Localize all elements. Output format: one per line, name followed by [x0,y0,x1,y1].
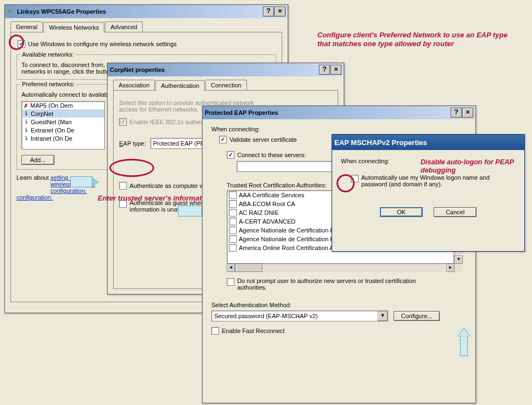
label-validate-server: Validate server certificate [229,136,297,143]
label-fast-reconnect: Enable Fast Reconnect [222,328,284,334]
titlebar-title: Protected EAP Properties [205,109,450,116]
checkbox-validate-server[interactable] [219,136,227,143]
ca-checkbox[interactable] [229,235,237,243]
add-button[interactable]: Add... [21,155,54,165]
ca-checkbox[interactable] [229,226,237,234]
ca-checkbox[interactable] [229,218,237,225]
label-select-auth-method: Select Authentication Method: [211,302,467,308]
tab-association[interactable]: Association [113,80,155,91]
scroll-thumb-h[interactable] [235,264,262,272]
network-icon: ⇂ [24,110,29,117]
cancel-button[interactable]: Cancel [434,207,477,217]
tabs: General Wireless Networks Advanced [10,21,282,32]
dropdown-button-icon: ▼ [378,311,388,321]
list-item: ⇂Extranet (On De [22,126,104,134]
scroll-down-button[interactable]: ▼ [455,256,463,264]
annotation-circle-eap-type [109,159,154,177]
checkbox-auth-as-computer[interactable] [119,182,127,190]
tabs: Association Authentication Connection [113,80,338,91]
annotation-up-arrow [457,328,471,356]
ca-checkbox[interactable] [229,209,237,217]
annotation-disable-auto-logon: Disable auto-logon for PEAP debugging [421,158,514,175]
network-icon: ⇂ [24,126,29,134]
checkbox-connect-servers[interactable] [227,151,234,159]
scroll-left-button[interactable]: ◄ [227,264,235,272]
tab-wireless-networks[interactable]: Wireless Networks [43,22,104,33]
label-eap-type: EAP type: [119,140,146,147]
tab-authentication[interactable]: Authentication [155,80,205,91]
dropdown-auth-method[interactable]: Secured password (EAP-MSCHAP v2) ▼ [211,310,388,321]
label-when-connecting: When connecting: [211,126,467,132]
ca-checkbox[interactable] [229,244,237,252]
list-item: ⇂Intranet (On De [22,134,104,142]
learn-about-text: Learn about [16,174,51,181]
network-icon: ⇂ [24,135,29,142]
arrow-corpnet-to-eap [70,177,99,187]
checkbox-fast-reconnect[interactable] [211,327,219,335]
network-icon: ⇂ [24,118,29,125]
app-icon: ✦ [7,8,15,15]
scroll-corner [455,264,463,272]
close-button[interactable]: × [462,108,473,118]
titlebar-title: CorpNet properties [110,66,318,73]
close-button[interactable]: × [331,65,341,75]
scroll-right-button[interactable]: ► [446,264,455,272]
titlebar-title: EAP MSCHAPv2 Properties [334,138,522,147]
titlebar-corpnet[interactable]: CorpNet properties ? × [108,63,344,76]
titlebar-peap[interactable]: Protected EAP Properties ? × [203,106,475,119]
ok-button[interactable]: OK [380,207,423,217]
tab-advanced[interactable]: Advanced [105,21,143,32]
learn-about-link-line2[interactable]: configuration. [16,194,53,201]
help-button[interactable]: ? [319,65,330,75]
titlebar-mschapv2[interactable]: EAP MSCHAPv2 Properties [332,135,524,150]
annotation-top-right: Configure client's Preferred Network to … [317,31,520,49]
configure-button[interactable]: Configure... [394,311,440,321]
label-no-prompt: Do not prompt user to authorize new serv… [237,278,424,291]
help-button[interactable]: ? [451,108,462,118]
disabled-network-icon: ✗ [24,103,28,109]
titlebar-title: Linksys WPC55AGe Properties [17,8,262,15]
ca-checkbox[interactable] [229,191,237,199]
list-item: ⇂GuestNet (Man [22,118,104,126]
ca-checkbox[interactable] [229,200,237,208]
close-button[interactable]: × [275,7,285,16]
checkbox-enable-8021x [119,118,127,126]
dropdown-auth-method-value: Secured password (EAP-MSCHAP v2) [212,313,378,319]
tab-general[interactable]: General [10,21,43,32]
label-connect-servers: Connect to these servers: [237,152,306,158]
label-use-windows-config: Use Windows to configure my wireless net… [28,41,177,47]
window-mschapv2-properties: EAP MSCHAPv2 Properties When connecting:… [332,134,525,252]
preferred-networks-list[interactable]: ✗MAP5 (On Dem ⇂CorpNet ⇂GuestNet (Man ⇂E… [21,101,105,149]
legend-preferred: Preferred networks: [20,81,76,87]
checkbox-auto-windows-logon[interactable] [351,175,359,182]
titlebar-linksys[interactable]: ✦ Linksys WPC55AGe Properties ? × [5,5,288,18]
legend-available: Available networks: [20,51,76,58]
checkbox-no-prompt[interactable] [227,278,234,286]
help-button[interactable]: ? [263,7,274,16]
checkbox-use-windows-config[interactable] [18,40,25,48]
list-item: ⇂CorpNet [22,109,104,118]
tab-connection[interactable]: Connection [205,80,247,91]
list-item: ✗MAP5 (On Dem [22,102,104,109]
label-auto-windows-logon: Automatically use my Windows logon name … [361,174,509,187]
